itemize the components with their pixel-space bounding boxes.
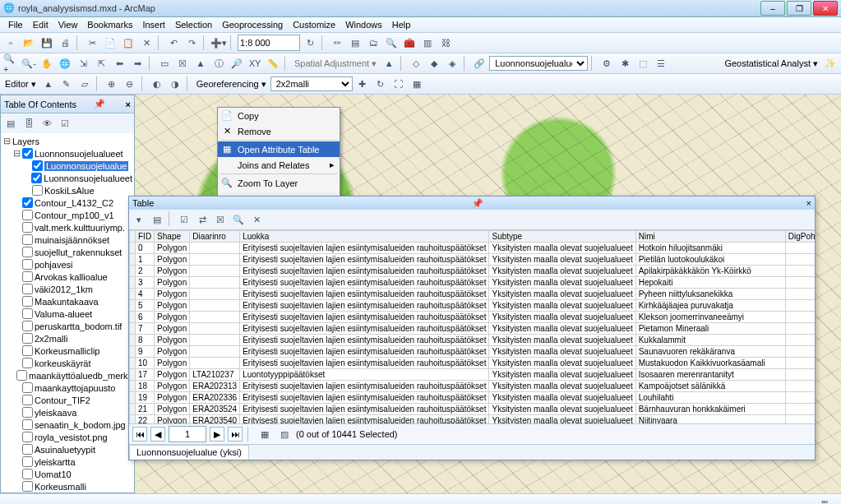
undo-icon[interactable]: ↶: [165, 35, 182, 51]
open-icon[interactable]: 📂: [21, 35, 37, 51]
select-elements-icon[interactable]: ▲: [192, 55, 209, 72]
ctx-joins-and-relates[interactable]: Joins and Relates▸: [218, 157, 340, 173]
status-view-data-icon[interactable]: ▫▫: [821, 497, 828, 504]
toc-item[interactable]: suojellut_rakennukset: [2, 246, 132, 258]
toc-item[interactable]: Korkeusmalliclip: [2, 344, 132, 357]
toc-item[interactable]: KoskiLsAlue: [2, 184, 132, 197]
minimize-button[interactable]: –: [760, 1, 785, 16]
toc-item[interactable]: yleiskaava: [2, 406, 132, 418]
table-row[interactable]: 9PolygonErityisesti suojeltavien lajien …: [130, 346, 816, 358]
nav-first-icon[interactable]: ⏮: [132, 427, 147, 442]
table-row[interactable]: 10PolygonErityisesti suojeltavien lajien…: [130, 358, 816, 369]
editor-label[interactable]: Editor ▾: [2, 79, 39, 90]
pan-icon[interactable]: ✋: [39, 55, 55, 72]
select-icon[interactable]: ▭: [156, 55, 173, 72]
menu-customize[interactable]: Customize: [288, 18, 340, 31]
sa-tool2-icon[interactable]: ◆: [426, 55, 442, 72]
editor-tool5-icon[interactable]: ◐: [149, 76, 165, 92]
menu-view[interactable]: View: [53, 18, 83, 31]
editor-tool2-icon[interactable]: ▱: [76, 76, 93, 92]
toc-item[interactable]: Uomat10: [2, 468, 132, 480]
col-header[interactable]: FID: [136, 231, 155, 243]
toc-item[interactable]: Contour_L4132_C2: [2, 197, 132, 209]
sa-tool4-icon[interactable]: ⚙: [598, 55, 615, 72]
table-row[interactable]: 8PolygonErityisesti suojeltavien lajien …: [130, 335, 816, 346]
toc-item[interactable]: ⊟Layers: [2, 135, 132, 147]
zoomin-icon[interactable]: 🔍+: [2, 55, 19, 72]
table-row[interactable]: 0PolygonErityisesti suojeltavien lajien …: [130, 243, 816, 254]
menu-windows[interactable]: Windows: [340, 18, 387, 31]
georef-label[interactable]: Georeferencing ▾: [194, 79, 269, 90]
clear-selection-icon[interactable]: ☒: [174, 55, 191, 72]
attr-clearsel-icon[interactable]: ☒: [212, 211, 229, 228]
nav-last-icon[interactable]: ⏭: [228, 427, 243, 442]
ctx-open-attribute-table[interactable]: ▦Open Attribute Table: [218, 141, 340, 157]
attr-delete-icon[interactable]: ✕: [248, 211, 265, 228]
toc-tree[interactable]: ⊟Layers⊟LuonnonsuojelualueetLuonnonsuoje…: [1, 133, 134, 492]
editor-tool3-icon[interactable]: ⊕: [104, 76, 120, 92]
redo-icon[interactable]: ↷: [183, 35, 200, 51]
toc-item[interactable]: Maakuntakaava: [2, 295, 132, 307]
toc-item[interactable]: korkeuskäyrät: [2, 357, 132, 369]
toc-item[interactable]: Contour_mp100_v1: [2, 209, 132, 221]
toc-list-by-visibility-icon[interactable]: 👁: [39, 115, 55, 132]
menu-file[interactable]: File: [3, 18, 28, 31]
toc-list-by-source-icon[interactable]: 🗄: [21, 115, 37, 132]
toc-item[interactable]: 2x2malli: [2, 332, 132, 344]
toc-icon[interactable]: ▤: [347, 35, 363, 51]
col-header[interactable]: Luokka: [240, 231, 489, 243]
toc-item[interactable]: Korkeusmalli: [2, 480, 132, 492]
toc-item[interactable]: ⊟Luonnonsuojelualueet: [2, 147, 132, 160]
toc-item[interactable]: Valuma-alueet: [2, 307, 132, 320]
fixedzoomout-icon[interactable]: ⇱: [93, 55, 109, 72]
ctx-zoom-to-layer[interactable]: 🔍Zoom To Layer: [218, 175, 340, 191]
toc-item[interactable]: pohjavesi: [2, 258, 132, 270]
col-header[interactable]: Nimi: [635, 231, 785, 243]
sa-tool6-icon[interactable]: ⬚: [635, 55, 651, 72]
next-extent-icon[interactable]: ➡: [129, 55, 146, 72]
georef-layer-combo[interactable]: 2x2malli: [270, 76, 353, 91]
editor-tool4-icon[interactable]: ⊖: [122, 76, 138, 92]
zoomout-icon[interactable]: 🔍-: [21, 55, 37, 72]
toc-list-by-selection-icon[interactable]: ☑: [57, 115, 73, 132]
cut-icon[interactable]: ✂: [84, 35, 100, 51]
table-row[interactable]: 3PolygonErityisesti suojeltavien lajien …: [130, 277, 816, 289]
table-row[interactable]: 6PolygonErityisesti suojeltavien lajien …: [130, 312, 816, 323]
editor-pointer-icon[interactable]: ▲: [40, 76, 57, 92]
python-icon[interactable]: ▥: [419, 35, 436, 51]
table-row[interactable]: 22PolygonERA203540Erityisesti suojeltavi…: [130, 415, 816, 424]
table-row[interactable]: 1PolygonErityisesti suojeltavien lajien …: [130, 254, 816, 266]
attr-switchsel-icon[interactable]: ⇄: [194, 211, 210, 228]
menu-insert[interactable]: Insert: [137, 18, 170, 31]
table-row[interactable]: 18PolygonERA202313Erityisesti suojeltavi…: [130, 381, 816, 392]
geostat-wizard-icon[interactable]: ✨: [822, 55, 839, 72]
table-row[interactable]: 17PolygonLTA210237LuontotyyppipäätöksetY…: [130, 369, 816, 381]
delete-icon[interactable]: ✕: [138, 35, 155, 51]
col-header[interactable]: Diaarinro: [190, 231, 240, 243]
save-icon[interactable]: 💾: [39, 35, 55, 51]
editor-tool6-icon[interactable]: ◑: [167, 76, 183, 92]
menu-bookmarks[interactable]: Bookmarks: [82, 18, 137, 31]
scale-refresh-icon[interactable]: ↻: [302, 35, 318, 51]
sa-tool5-icon[interactable]: ✱: [617, 55, 633, 72]
sa-tool3-icon[interactable]: ◈: [444, 55, 460, 72]
toc-item[interactable]: royla_vesistot.png: [2, 431, 132, 443]
new-icon[interactable]: ▫: [2, 35, 19, 51]
toc-item[interactable]: Contour_TIF2: [2, 394, 132, 406]
attr-options-icon[interactable]: ▾: [131, 211, 147, 228]
toc-pin-icon[interactable]: 📌: [94, 99, 105, 109]
toc-item[interactable]: peruskartta_bodom.tif: [2, 320, 132, 332]
nav-prev-icon[interactable]: ◀: [150, 427, 165, 442]
prev-extent-icon[interactable]: ⬅: [111, 55, 127, 72]
copy-icon[interactable]: 📄: [102, 35, 118, 51]
table-row[interactable]: 21PolygonERA203524Erityisesti suojeltavi…: [130, 404, 816, 415]
toc-item[interactable]: Luonnonsuojelualueet: [2, 172, 132, 184]
toc-list-by-drawing-icon[interactable]: ▤: [2, 115, 19, 132]
sa-layer-combo[interactable]: Luonnonsuojelualueet: [489, 56, 588, 71]
attr-selectbyattr-icon[interactable]: ☑: [176, 211, 192, 228]
menu-help[interactable]: Help: [387, 18, 416, 31]
fixedzoomin-icon[interactable]: ⇲: [75, 55, 91, 72]
ctx-copy[interactable]: 📄Copy: [218, 108, 340, 123]
table-row[interactable]: 2PolygonErityisesti suojeltavien lajien …: [130, 266, 816, 277]
toc-item[interactable]: Luonnonsuojelualue: [2, 160, 132, 172]
